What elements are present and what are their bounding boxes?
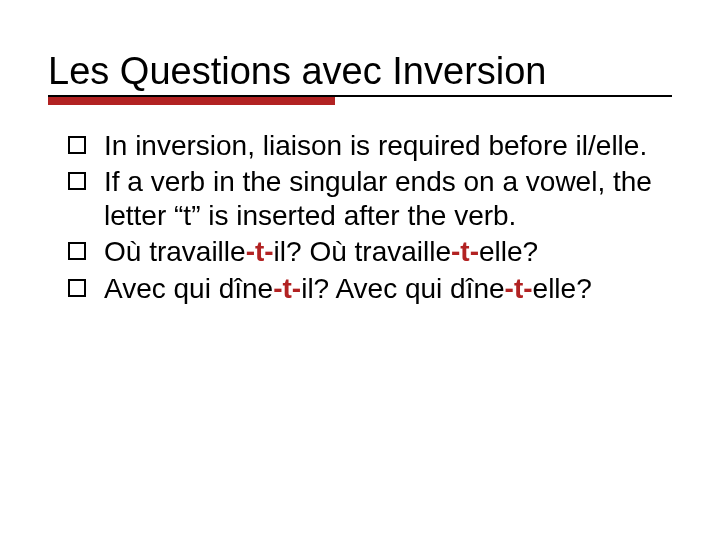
highlight-text: -t- <box>273 273 301 304</box>
bullet-text: il? Où travaille <box>274 236 451 267</box>
bullet-item: Avec qui dîne-t-il? Avec qui dîne-t-elle… <box>68 272 672 306</box>
bullet-text: il? Avec qui dîne <box>301 273 504 304</box>
bullet-list: In inversion, liaison is required before… <box>48 129 672 306</box>
bullet-text: In inversion, liaison is required before… <box>104 130 647 161</box>
bullet-text: If a verb in the singular ends on a vowe… <box>104 166 652 231</box>
bullet-item: If a verb in the singular ends on a vowe… <box>68 165 672 233</box>
highlight-text: -t- <box>505 273 533 304</box>
accent-rule <box>48 97 335 105</box>
bullet-item: Où travaille-t-il? Où travaille-t-elle? <box>68 235 672 269</box>
bullet-text: elle? <box>533 273 592 304</box>
bullet-text: elle? <box>479 236 538 267</box>
slide: Les Questions avec Inversion In inversio… <box>0 0 720 540</box>
highlight-text: -t- <box>246 236 274 267</box>
slide-title: Les Questions avec Inversion <box>48 50 672 97</box>
highlight-text: -t- <box>451 236 479 267</box>
bullet-item: In inversion, liaison is required before… <box>68 129 672 163</box>
bullet-text: Avec qui dîne <box>104 273 273 304</box>
bullet-text: Où travaille <box>104 236 246 267</box>
